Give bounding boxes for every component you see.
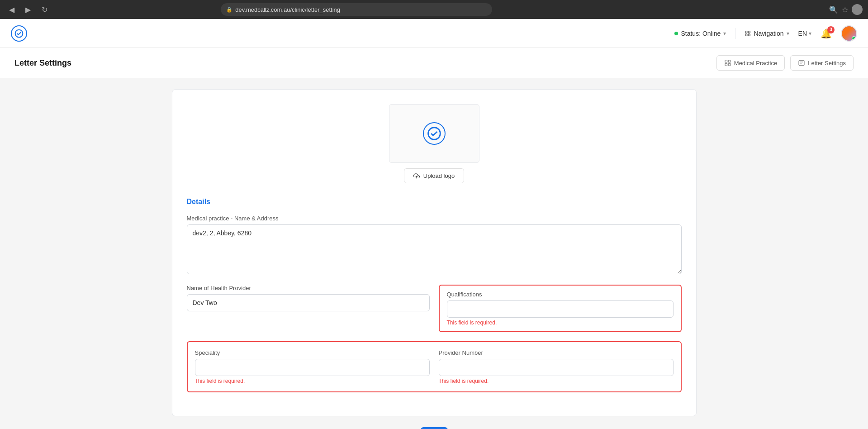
speciality-group: Speciality This field is required. xyxy=(195,349,430,384)
navigation-chevron: ▾ xyxy=(787,30,789,37)
medical-practice-label: Medical Practice xyxy=(734,60,777,67)
details-section-title: Details xyxy=(187,198,682,206)
logo-preview-icon xyxy=(423,122,446,145)
forward-button[interactable]: ▶ xyxy=(22,3,34,16)
svg-rect-2 xyxy=(749,31,750,33)
bottom-action-bar xyxy=(14,427,854,429)
lock-icon: 🔒 xyxy=(226,7,232,13)
header-right: Status: Online ▾ Navigation ▾ EN ▾ 🔔 3 xyxy=(674,25,857,42)
save-button[interactable] xyxy=(421,427,448,429)
medical-practice-tab[interactable]: Medical Practice xyxy=(716,55,785,71)
provider-number-group: Provider Number This field is required. xyxy=(439,349,674,384)
health-provider-label: Name of Health Provider xyxy=(187,285,430,291)
provider-number-label: Provider Number xyxy=(439,349,674,356)
health-provider-group: Name of Health Provider xyxy=(187,285,430,311)
main-content: Upload logo Details Medical practice - N… xyxy=(0,78,868,429)
language-label: EN xyxy=(798,30,807,37)
qualifications-label: Qualifications xyxy=(447,291,674,298)
browser-profile-avatar[interactable] xyxy=(852,4,863,15)
notification-badge: 3 xyxy=(827,26,835,33)
page-title: Letter Settings xyxy=(14,58,71,68)
medical-practice-textarea[interactable]: dev2, 2, Abbey, 6280 xyxy=(187,224,682,274)
medical-practice-icon xyxy=(724,59,731,67)
back-button[interactable]: ◀ xyxy=(5,3,18,16)
letter-settings-tab[interactable]: Letter Settings xyxy=(790,55,854,71)
provider-qualifications-row: Name of Health Provider Qualifications T… xyxy=(187,285,682,332)
speciality-label: Speciality xyxy=(195,349,430,356)
speciality-input[interactable] xyxy=(195,359,430,376)
notification-button[interactable]: 🔔 3 xyxy=(821,28,832,39)
app-logo[interactable] xyxy=(11,25,27,42)
svg-rect-7 xyxy=(725,63,727,66)
medical-practice-field-label: Medical practice - Name & Address xyxy=(187,215,682,222)
provider-number-input[interactable] xyxy=(439,359,674,376)
speciality-provider-error-row: Speciality This field is required. Provi… xyxy=(187,341,682,392)
upload-icon xyxy=(413,173,420,179)
qualifications-error-wrapper: Qualifications This field is required. xyxy=(439,285,682,332)
page-actions: Medical Practice Letter Settings xyxy=(716,55,854,71)
page-title-bar: Letter Settings Medical Practice Letter … xyxy=(0,48,868,78)
page-container: Upload logo Details Medical practice - N… xyxy=(0,78,868,429)
svg-rect-5 xyxy=(725,60,727,62)
browser-chrome: ◀ ▶ ↻ 🔒 dev.medcallz.com.au/clinic/lette… xyxy=(0,0,868,19)
browser-actions: 🔍 ☆ xyxy=(829,4,863,15)
qualifications-input[interactable] xyxy=(447,300,674,318)
medical-practice-group: Medical practice - Name & Address dev2, … xyxy=(187,215,682,276)
user-online-indicator xyxy=(852,36,856,40)
svg-rect-3 xyxy=(745,34,747,36)
app-header: Status: Online ▾ Navigation ▾ EN ▾ 🔔 3 xyxy=(0,19,868,48)
language-chevron: ▾ xyxy=(809,30,811,37)
language-button[interactable]: EN ▾ xyxy=(798,30,811,37)
status-chevron[interactable]: ▾ xyxy=(723,30,726,37)
navigation-button[interactable]: Navigation ▾ xyxy=(745,30,789,37)
svg-rect-1 xyxy=(745,31,747,33)
refresh-button[interactable]: ↻ xyxy=(38,3,51,16)
url-text: dev.medcallz.com.au/clinic/letter_settin… xyxy=(235,6,340,13)
status-dot xyxy=(674,32,678,35)
provider-number-error-text: This field is required. xyxy=(439,378,674,384)
letter-settings-icon xyxy=(798,59,805,67)
status-label: Status: Online xyxy=(681,30,721,37)
search-icon[interactable]: 🔍 xyxy=(829,5,838,14)
settings-card: Upload logo Details Medical practice - N… xyxy=(172,89,697,416)
letter-settings-label: Letter Settings xyxy=(808,60,846,67)
upload-logo-button[interactable]: Upload logo xyxy=(404,168,464,183)
svg-rect-6 xyxy=(728,60,730,62)
user-avatar[interactable] xyxy=(841,25,857,42)
health-provider-input[interactable] xyxy=(187,294,430,311)
logo-preview-box xyxy=(389,104,479,163)
svg-rect-8 xyxy=(728,63,730,66)
url-bar[interactable]: 🔒 dev.medcallz.com.au/clinic/letter_sett… xyxy=(221,3,492,16)
status-indicator: Status: Online ▾ xyxy=(674,30,726,37)
qualifications-error-text: This field is required. xyxy=(447,319,674,326)
svg-rect-4 xyxy=(749,34,750,36)
upload-logo-label: Upload logo xyxy=(423,172,455,179)
logo-section: Upload logo xyxy=(187,104,682,183)
navigation-label: Navigation xyxy=(754,30,783,37)
star-icon[interactable]: ☆ xyxy=(842,5,848,14)
speciality-error-text: This field is required. xyxy=(195,378,430,384)
details-section: Details Medical practice - Name & Addres… xyxy=(187,198,682,392)
svg-rect-9 xyxy=(799,61,804,66)
